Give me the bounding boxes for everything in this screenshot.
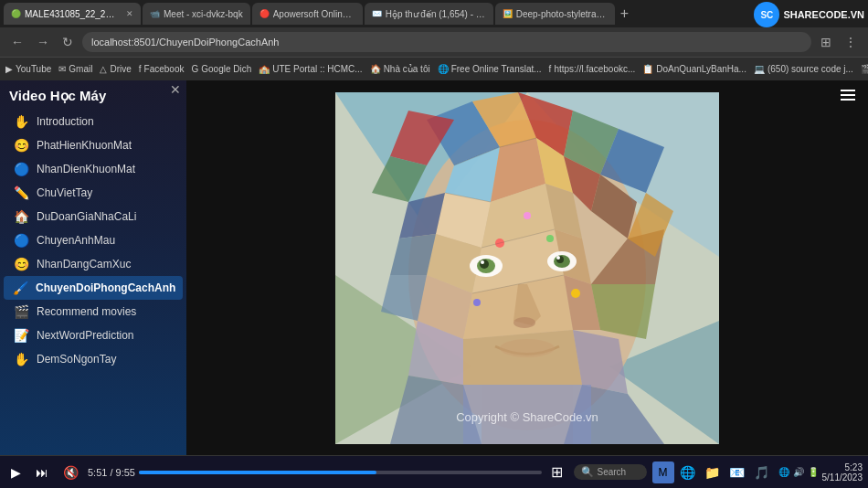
svg-point-55 — [524, 212, 531, 219]
sidebar-close-button[interactable]: ✕ — [170, 82, 181, 97]
svg-text:Copyright © ShareCode.vn: Copyright © ShareCode.vn — [456, 410, 598, 424]
tab-active[interactable]: 🟢 MALE431085_22_2_04CLC: Nộp... ✕ — [4, 3, 141, 25]
speaker-icon: 🔊 — [793, 467, 804, 477]
taskbar-app-2[interactable]: 🌐 — [677, 461, 699, 483]
back-button[interactable]: ← — [7, 33, 27, 51]
nav-bar: ← → ↻ localhost:8501/ChuyenDoiPhongCachA… — [0, 27, 868, 57]
word-predict-icon: 📝 — [13, 328, 29, 343]
bookmarks-bar: ▶ YouTube ✉ Gmail △ Drive f Facebook G G… — [0, 57, 868, 80]
bookmark-ute[interactable]: 🏫 UTE Portal :: HCMC... — [259, 64, 362, 74]
introduction-icon: ✋ — [13, 114, 29, 129]
extensions-button[interactable]: ⊞ — [817, 33, 835, 51]
sidebar-item-nhan-dang-cam-xuc[interactable]: 😊 NhanDangCamXuc — [4, 252, 183, 276]
bookmark-google-dich[interactable]: G Google Dich — [191, 64, 251, 74]
bookmark-film[interactable]: 🎬 Phim Ma - Kinh Dị... — [861, 64, 868, 74]
logo-text: SHARECODE.VN — [783, 9, 864, 20]
address-bar[interactable]: localhost:8501/ChuyenDoiPhongCachAnh — [82, 32, 811, 52]
svg-point-25 — [480, 260, 489, 269]
tab-meet[interactable]: 📹 Meet - xci-dvkz-bqk — [143, 3, 250, 25]
search-bar[interactable]: 🔍 Search — [574, 464, 647, 480]
bookmark-source[interactable]: 💻 (650) source code j... — [754, 64, 853, 74]
battery-icon: 🔋 — [808, 467, 819, 477]
svg-point-53 — [473, 299, 481, 306]
taskbar: ▶ ⏭ 🔇 5:51 / 9:55 ⊞ 🔍 Search M 🌐 📁 📧 🎵 🌐… — [0, 455, 868, 488]
emotion-icon: 😊 — [13, 257, 29, 271]
new-tab-button[interactable]: + — [620, 5, 629, 22]
colorize-icon: 🔵 — [13, 233, 29, 248]
taskbar-app-5[interactable]: 🎵 — [751, 461, 773, 483]
sidebar-item-next-word[interactable]: 📝 NextWordPrediction — [4, 324, 183, 347]
sidebar-item-introduction[interactable]: ✋ Introduction — [4, 110, 183, 133]
progress-bar[interactable] — [139, 471, 542, 474]
taskbar-app-4[interactable]: 📧 — [726, 461, 748, 483]
tab-bar: 🟢 MALE431085_22_2_04CLC: Nộp... ✕ 📹 Meet… — [0, 0, 868, 27]
network-icon: 🌐 — [778, 467, 789, 477]
bookmark-doan[interactable]: 📋 DoAnQuanLyBanHa... — [642, 64, 746, 74]
style-transfer-icon: 🖌️ — [13, 281, 28, 295]
bookmark-gmail[interactable]: ✉ Gmail — [58, 64, 92, 74]
taskbar-right: ⊞ 🔍 Search M 🌐 📁 📧 🎵 🌐 🔊 🔋 5:23 5/11/202… — [545, 460, 863, 484]
handwriting-icon: ✏️ — [13, 186, 29, 200]
video-display: Copyright © ShareCode.vn — [186, 80, 868, 455]
sidebar-item-recommend-movies[interactable]: 🎬 Recommend movies — [4, 300, 183, 324]
svg-marker-45 — [463, 330, 582, 385]
skip-button[interactable]: ⏭ — [30, 461, 54, 483]
portrait-artwork: Copyright © ShareCode.vn — [335, 92, 719, 444]
more-button[interactable]: ⋮ — [841, 33, 861, 51]
bookmark-home[interactable]: 🏠 Nhà của tôi — [370, 64, 430, 74]
logo-circle: SC — [754, 2, 779, 27]
sys-tray: 🌐 🔊 🔋 5:23 5/11/2023 — [778, 462, 863, 483]
svg-point-26 — [481, 260, 484, 264]
bookmark-translate[interactable]: 🌐 Free Online Translat... — [438, 64, 542, 74]
svg-point-30 — [556, 256, 560, 260]
bookmark-facebook[interactable]: f Facebook — [139, 64, 185, 74]
browser-chrome: 🟢 MALE431085_22_2_04CLC: Nộp... ✕ 📹 Meet… — [0, 0, 868, 80]
sidebar: ✕ Video Học Máy ✋ Introduction 😊 PhatHie… — [0, 80, 186, 455]
face-recognize-icon: 🔵 — [13, 162, 29, 176]
play-button[interactable]: ▶ — [5, 461, 26, 483]
sidebar-item-nhan-dien-khuon-mat[interactable]: 🔵 NhanDienKhuonMat — [4, 157, 183, 181]
content-area: Copyright © ShareCode.vn — [186, 80, 868, 455]
bookmark-youtube[interactable]: ▶ YouTube — [5, 64, 51, 74]
bookmark-drive[interactable]: △ Drive — [100, 64, 131, 74]
sidebar-item-chuyen-anh-mau[interactable]: 🔵 ChuyenAnhMau — [4, 228, 183, 252]
house-price-icon: 🏠 — [13, 209, 29, 224]
forward-button[interactable]: → — [33, 33, 53, 51]
time-display: 5:51 / 9:55 — [88, 467, 135, 478]
taskbar-app-1[interactable]: M — [652, 461, 674, 483]
refresh-button[interactable]: ↻ — [58, 33, 77, 51]
svg-point-32 — [513, 317, 535, 328]
progress-filled — [139, 471, 376, 474]
sidebar-item-chu-viet-tay[interactable]: ✏️ ChuVietTay — [4, 181, 183, 205]
finger-count-icon: ✋ — [13, 352, 29, 366]
sidebar-item-chuyen-doi-phong-cach[interactable]: 🖌️ ChuyenDoiPhongCachAnh — [4, 276, 183, 300]
face-detect-icon: 😊 — [13, 138, 29, 153]
taskbar-apps: M 🌐 📁 📧 🎵 — [652, 461, 773, 483]
sidebar-item-phat-hien-khuon-mat[interactable]: 😊 PhatHienKhuonMat — [4, 133, 183, 157]
sidebar-item-du-doan[interactable]: 🏠 DuDoanGiaNhaCaLi — [4, 205, 183, 228]
taskbar-app-3[interactable]: 📁 — [702, 461, 724, 483]
sidebar-item-dem-so-ngon-tay[interactable]: ✋ DemSoNgonTay — [4, 347, 183, 371]
main-area: ✕ Video Học Máy ✋ Introduction 😊 PhatHie… — [0, 80, 868, 455]
bookmark-facebook2[interactable]: f https://l.facebookc... — [549, 64, 636, 74]
tab-deep-photo[interactable]: 🖼️ Deep-photo-styletransfer — [495, 3, 615, 25]
tab-inbox[interactable]: ✉️ Hộp thư đến (1,654) - 201105901... — [365, 3, 493, 25]
search-label: Search — [598, 467, 627, 477]
tab-close[interactable]: ✕ — [126, 9, 133, 18]
movies-icon: 🎬 — [13, 304, 29, 319]
mute-button[interactable]: 🔇 — [58, 461, 84, 483]
clock: 5:23 5/11/2023 — [822, 462, 863, 483]
svg-point-54 — [571, 289, 580, 298]
windows-button[interactable]: ⊞ — [545, 460, 568, 484]
svg-point-52 — [546, 235, 554, 242]
sharecode-logo: SC SHARECODE.VN — [754, 2, 864, 27]
tab-apowersoft[interactable]: 🔴 Apowersoft Online Screen R... — [252, 3, 363, 25]
sidebar-title: Video Học Máy — [0, 80, 186, 110]
